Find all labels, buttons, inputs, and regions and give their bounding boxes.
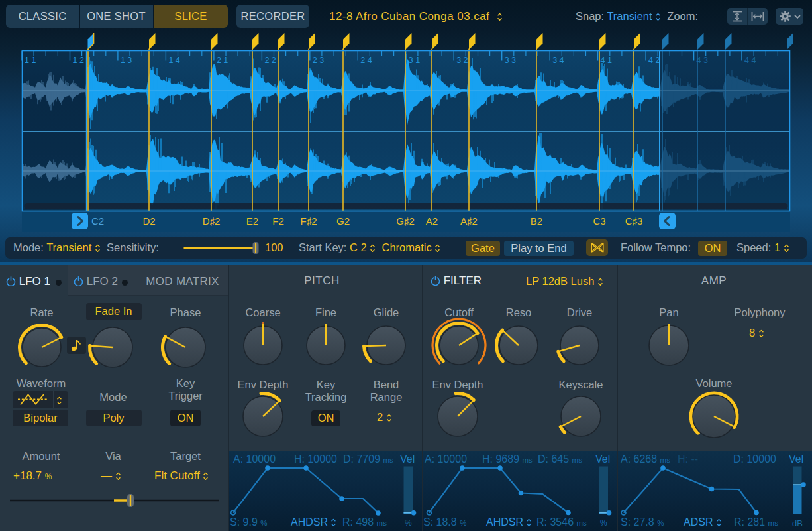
svg-text:4 1: 4 1 bbox=[601, 56, 612, 65]
svg-text:4 4: 4 4 bbox=[744, 56, 756, 65]
svg-text:1 4: 1 4 bbox=[168, 56, 179, 65]
svg-text:3 2: 3 2 bbox=[456, 56, 468, 65]
svg-text:2 1: 2 1 bbox=[217, 56, 228, 65]
svg-text:3 3: 3 3 bbox=[505, 56, 516, 65]
svg-text:1 3: 1 3 bbox=[121, 56, 132, 65]
svg-text:4 2: 4 2 bbox=[648, 56, 660, 65]
svg-text:3 1: 3 1 bbox=[409, 56, 420, 65]
svg-text:1 1: 1 1 bbox=[25, 56, 36, 65]
svg-text:4 3: 4 3 bbox=[697, 56, 708, 65]
svg-text:2 3: 2 3 bbox=[313, 56, 324, 65]
svg-text:1 2: 1 2 bbox=[73, 56, 84, 65]
svg-text:2 2: 2 2 bbox=[264, 56, 276, 65]
svg-text:2 4: 2 4 bbox=[360, 56, 372, 65]
svg-text:3 4: 3 4 bbox=[552, 56, 564, 65]
